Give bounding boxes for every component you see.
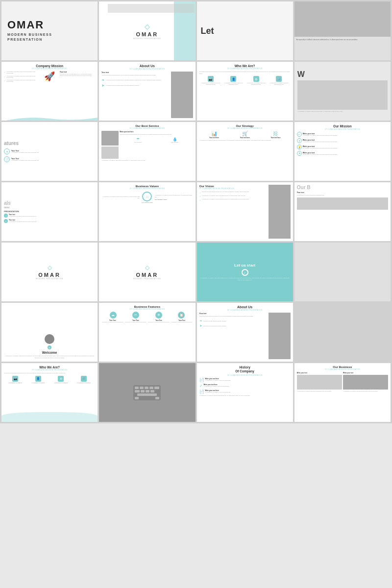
mission-content: ✓ As especially is it difficult discours…: [4, 71, 95, 83]
feature-item-1: ✦ Your Text As especially is it difficul…: [4, 148, 95, 154]
who2-icon-4: 🔗 As especially is it difficult.: [77, 376, 91, 384]
check-vision-3: ✓: [199, 199, 201, 201]
svg-rect-1: [135, 387, 139, 389]
hero-title: OMAR: [7, 20, 92, 30]
our-b-images: [297, 197, 388, 210]
avatar-circle: [45, 334, 54, 344]
who2-link-icon: 🔗: [81, 376, 87, 382]
mission-items: ✏ Write your text As especially is it di…: [297, 132, 388, 156]
about-us-subtitle-2: OF CLEAN AND MODERN PRESENTATION: [199, 309, 291, 311]
svg-rect-4: [149, 387, 153, 389]
values-diagram: As especially is it difficult, discourse…: [101, 192, 193, 203]
feature-text-2: Your Text As especially is it difficult …: [11, 158, 95, 161]
welcome-icon: ★: [48, 345, 51, 349]
om-item-2-text: Write your text As especially is it diff…: [303, 139, 388, 143]
hist-icon-1: 📄: [199, 378, 204, 382]
omar-logo-text-1: OMAR: [136, 31, 159, 37]
about-body: Truncate provide leading families for to…: [101, 74, 169, 76]
partial-als-slide: als ness PRESENTATION 1 Your text As esp…: [1, 182, 98, 241]
about-left: Your text Truncate provide leading famil…: [101, 72, 169, 118]
hands-image-slide: [99, 363, 195, 422]
who-icons-row: 📷 As especially is it difficult discours…: [199, 76, 291, 85]
feature-item-2: 📄 Your Text As especially is it difficul…: [4, 156, 95, 162]
features-list: ✦ Your Text As especially is it difficul…: [4, 148, 95, 162]
our-mission-subtitle: OF CLEAN AND MODERN PRESENTATION: [297, 128, 388, 130]
biz-write-1: Write your text: [297, 372, 342, 374]
flag-icon: ⚑: [297, 151, 302, 156]
camera-icon: 📷: [208, 76, 214, 82]
bf-icon-1: ☁: [110, 312, 117, 318]
our-b-body-1: As especially is it difficult discourse …: [297, 195, 388, 196]
who-we-are-slide-2: Who We Are? OF CLEAN AND MODERN PRESENTA…: [1, 363, 98, 422]
num-icon-2: 2: [4, 219, 8, 223]
building-image-1: [171, 72, 193, 118]
ft1-body: As especially is it difficult discourse …: [11, 152, 95, 153]
who-we-are-title: Who We Are?: [199, 64, 291, 68]
om-item-1: ✏ Write your text As especially is it di…: [297, 132, 388, 137]
settings-icon: ⚙: [253, 76, 259, 82]
omar-tagline-2: MODERN PRESENTATION: [36, 278, 63, 280]
au2-icon-2: ➤: [199, 324, 202, 328]
partial-features-slide: atures ✦ Your Text As especially is it d…: [1, 122, 98, 181]
svc-item-2: 💧 Your text here: [157, 137, 193, 143]
svg-rect-8: [146, 390, 149, 392]
who2-label-3: As especially is it difficult.: [54, 382, 68, 384]
our-strategy-slide: Our Strategy OF CLEAN AND MODERN PRESENT…: [197, 122, 293, 181]
partial-als: als: [4, 200, 95, 206]
blank-bg-2: [294, 303, 391, 362]
who-icon-4: 🔗 As especially is it difficult discours…: [268, 76, 291, 85]
our-strategy-subtitle: OF CLEAN AND MODERN PRESENTATION: [199, 127, 291, 129]
omar-logo-text-2: OMAR: [38, 272, 61, 278]
vision-item-2: ✓ As especially is it difficult, discour…: [199, 195, 267, 198]
bf-icon-4: 📋: [178, 312, 185, 318]
gray-slide-1: As especially is it difficult, discourse…: [294, 1, 391, 60]
keyboard-svg: [132, 384, 162, 401]
check-icon-start: ✓: [244, 271, 246, 274]
presentation-label: PRESENTATION: [4, 210, 95, 213]
biz-img-1: [297, 375, 342, 390]
diamond-icon-3: ◇: [145, 264, 149, 271]
about-item-1: ❧ Truncate provide leading families. Rak…: [101, 78, 169, 82]
mission-left: ✓ As especially is it difficult discours…: [4, 71, 40, 83]
partial-right-slide-1: W As especially is it difficult discours…: [294, 62, 391, 121]
check-vision-1: ✓: [199, 192, 201, 194]
who-we-are-2-subtitle: OF CLEAN AND MODERN PRESENTATION: [4, 369, 95, 371]
als-body-2: As especially is it difficult discourse …: [9, 221, 95, 222]
umbrella-icon: ☂: [136, 137, 140, 142]
who2-label-1: As especially is it difficult.: [8, 382, 22, 384]
our-b-label: Our B: [297, 185, 388, 190]
biz-write-2: Write your text: [343, 372, 388, 374]
om-item-4-text: Write your text As especially is it diff…: [303, 152, 388, 155]
om-body-1: As especially is it difficult discourse …: [303, 135, 388, 136]
about-us-slide-2: About Us OF CLEAN AND MODERN PRESENTATIO…: [197, 303, 293, 362]
bf-body-4: As especially is it difficult discourse …: [171, 321, 193, 323]
who2-gear-icon: ⚙: [58, 376, 64, 382]
your-text-b1: Your text: [297, 192, 388, 194]
svg-rect-10: [137, 393, 157, 396]
wave-bottom-who: [1, 412, 98, 422]
biz-text-2: As especially is it difficult discourse …: [343, 391, 388, 392]
bulb-icon: 💡: [297, 145, 302, 149]
our-b-items: Your text As especially is it difficult …: [297, 192, 388, 196]
vision-building-image: [269, 185, 291, 239]
who-we-are-slide-1: Who We Are? OF CLEAN AND MODERN PRESENTA…: [197, 62, 293, 121]
chart-icon: 📊: [211, 131, 217, 136]
who-icon-3: ⚙ As especially is it difficult discours…: [245, 76, 268, 85]
values-left: As especially is it difficult, discourse…: [101, 196, 140, 199]
hist-icon-2: ✓: [199, 384, 203, 388]
mission-text-2: As especially is it difficult discourse …: [6, 75, 40, 79]
arrow-icon: ➤: [101, 83, 105, 88]
omar-logo-text-3: OMAR: [136, 272, 159, 278]
check-icon-3: ✓: [4, 79, 5, 82]
svc-label-2: Your text here: [171, 142, 178, 143]
au2-item-2: ➤ Truncate provide leading families. Rak…: [199, 324, 267, 328]
basket-icon: 🛒: [242, 131, 248, 136]
mission-body: Truncate provide leading families for to…: [60, 74, 96, 77]
vision-body-2: As especially is it difficult, discourse…: [202, 195, 246, 196]
let-partial-slide: Let: [197, 1, 293, 60]
gray-body-text: As especially is it difficult, discourse…: [296, 39, 389, 41]
history-subtitle: OF CLEAN AND MODERN PRESENTATION: [199, 374, 291, 376]
hist-item-2: ✓ Write your text here As especially is …: [199, 384, 291, 388]
let-us-start-body: As especially is it difficult, discourse…: [200, 277, 290, 281]
who2-label-4: As especially is it difficult.: [77, 382, 91, 384]
